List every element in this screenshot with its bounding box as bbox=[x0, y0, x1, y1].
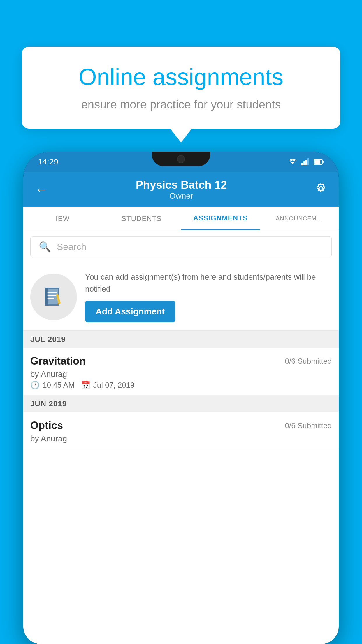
tooltip-card: Online assignments ensure more practice … bbox=[22, 47, 340, 129]
tab-iew[interactable]: IEW bbox=[23, 207, 102, 230]
svg-rect-3 bbox=[305, 160, 307, 165]
assignment-submitted: 0/6 Submitted bbox=[285, 357, 332, 366]
clock-icon: 🕐 bbox=[30, 381, 40, 390]
tab-bar: IEW STUDENTS ASSIGNMENTS ANNOUNCEM… bbox=[23, 207, 339, 230]
add-assignment-button[interactable]: Add Assignment bbox=[85, 301, 175, 322]
svg-point-8 bbox=[319, 187, 323, 190]
status-icons bbox=[288, 158, 324, 165]
assignment-by: by Anurag bbox=[30, 370, 332, 379]
assignment-time: 10:45 AM bbox=[43, 381, 75, 390]
header-title-group: Physics Batch 12 Owner bbox=[48, 179, 315, 201]
back-button[interactable]: ← bbox=[35, 182, 48, 197]
search-placeholder: Search bbox=[57, 242, 86, 252]
assignment-name: Gravitation bbox=[30, 355, 86, 367]
header-title: Physics Batch 12 bbox=[48, 179, 315, 191]
svg-marker-0 bbox=[291, 162, 294, 164]
status-time: 14:29 bbox=[38, 157, 58, 167]
calendar-icon: 📅 bbox=[81, 381, 90, 390]
header-subtitle: Owner bbox=[48, 191, 315, 201]
info-card: You can add assignment(s) from here and … bbox=[23, 263, 339, 331]
phone-frame: 14:29 bbox=[23, 152, 339, 644]
info-description: You can add assignment(s) from here and … bbox=[85, 271, 332, 295]
phone-camera bbox=[177, 155, 185, 163]
search-bar[interactable]: 🔍 Search bbox=[30, 236, 332, 257]
assignment-meta: 🕐 10:45 AM 📅 Jul 07, 2019 bbox=[30, 381, 332, 390]
info-text-group: You can add assignment(s) from here and … bbox=[85, 271, 332, 322]
wifi-icon bbox=[288, 158, 297, 165]
assignment-optics-by: by Anurag bbox=[30, 434, 332, 443]
assignment-gravitation[interactable]: Gravitation 0/6 Submitted by Anurag 🕐 10… bbox=[23, 348, 339, 395]
signal-icon bbox=[301, 158, 310, 165]
tab-students[interactable]: STUDENTS bbox=[102, 207, 181, 230]
app-header: ← Physics Batch 12 Owner bbox=[23, 172, 339, 207]
section-jul-2019: JUL 2019 bbox=[23, 331, 339, 348]
assignment-optics-top: Optics 0/6 Submitted bbox=[30, 419, 332, 432]
assignment-optics-submitted: 0/6 Submitted bbox=[285, 421, 332, 430]
background: Online assignments ensure more practice … bbox=[0, 0, 362, 644]
gear-icon bbox=[315, 182, 327, 195]
svg-rect-1 bbox=[301, 163, 303, 165]
svg-rect-7 bbox=[314, 160, 320, 164]
assignment-row-top: Gravitation 0/6 Submitted bbox=[30, 355, 332, 367]
assignment-optics[interactable]: Optics 0/6 Submitted by Anurag bbox=[23, 412, 339, 449]
search-icon: 🔍 bbox=[39, 241, 51, 253]
svg-rect-11 bbox=[45, 288, 48, 306]
tab-assignments[interactable]: ASSIGNMENTS bbox=[181, 207, 260, 230]
screen-content: 🔍 Search bbox=[23, 230, 339, 644]
svg-rect-4 bbox=[307, 158, 309, 165]
battery-icon bbox=[314, 159, 324, 165]
notebook-icon bbox=[42, 285, 65, 309]
svg-rect-2 bbox=[303, 161, 305, 165]
assignment-icon-circle bbox=[30, 274, 77, 320]
assignment-date: Jul 07, 2019 bbox=[93, 381, 135, 390]
phone-notch bbox=[152, 152, 210, 166]
tooltip-subtitle: ensure more practice for your students bbox=[42, 98, 320, 111]
settings-button[interactable] bbox=[315, 182, 327, 197]
section-jun-2019: JUN 2019 bbox=[23, 395, 339, 412]
svg-rect-6 bbox=[322, 161, 324, 163]
tooltip-title: Online assignments bbox=[42, 64, 320, 90]
assignment-optics-name: Optics bbox=[30, 419, 63, 432]
tab-announcements[interactable]: ANNOUNCEM… bbox=[260, 207, 339, 230]
